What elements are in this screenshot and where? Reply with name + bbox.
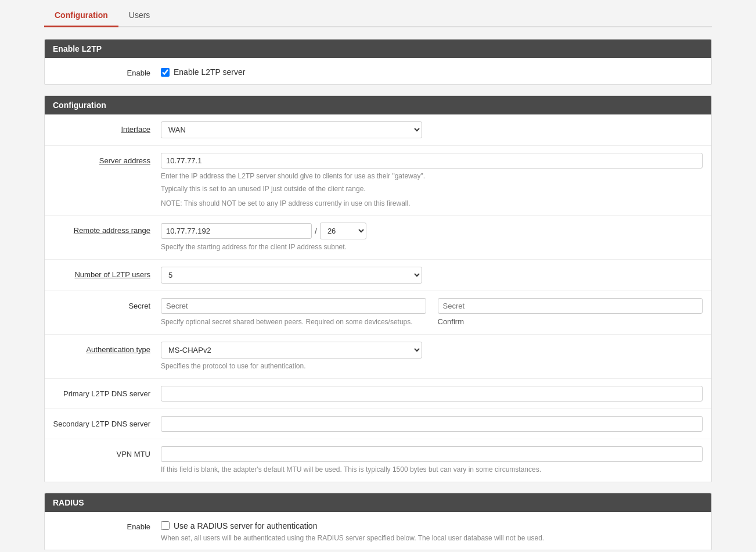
confirm-label: Confirm bbox=[438, 317, 703, 326]
interface-content: WAN LAN OPT1 bbox=[161, 121, 711, 138]
radius-enable-content: Use a RADIUS server for authentication W… bbox=[161, 519, 711, 543]
server-address-help3: NOTE: This should NOT be set to any IP a… bbox=[161, 199, 703, 209]
secret-row: Secret Specify optional secret shared be… bbox=[45, 291, 711, 335]
enable-l2tp-label: Enable bbox=[45, 65, 161, 77]
server-address-help1: Enter the IP address the L2TP server sho… bbox=[161, 171, 703, 181]
interface-label: Interface bbox=[45, 121, 161, 134]
primary-dns-content bbox=[161, 386, 711, 402]
server-address-help2: Typically this is set to an unused IP ju… bbox=[161, 184, 703, 194]
radius-enable-row: Enable Use a RADIUS server for authentic… bbox=[45, 512, 711, 550]
radius-enable-checkbox[interactable] bbox=[161, 521, 170, 530]
tabs-container: Configuration Users bbox=[44, 6, 712, 27]
secret-input[interactable] bbox=[161, 298, 426, 314]
radius-checkbox-row: Use a RADIUS server for authentication bbox=[161, 519, 703, 531]
secondary-dns-input[interactable] bbox=[161, 416, 703, 432]
radius-header: RADIUS bbox=[45, 493, 711, 512]
server-address-row: Server address Enter the IP address the … bbox=[45, 146, 711, 216]
remote-address-help: Specify the starting address for the cli… bbox=[161, 242, 703, 252]
enable-l2tp-card: Enable L2TP Enable Enable L2TP server bbox=[44, 39, 712, 85]
range-row: / 24 25 26 27 28 29 30 bbox=[161, 223, 703, 239]
num-users-content: 1 2 3 4 5 10 15 20 bbox=[161, 267, 711, 284]
prefix-select[interactable]: 24 25 26 27 28 29 30 bbox=[320, 223, 366, 239]
vpn-mtu-label: VPN MTU bbox=[45, 446, 161, 458]
num-users-row: Number of L2TP users 1 2 3 4 5 10 15 20 bbox=[45, 260, 711, 291]
secondary-dns-row: Secondary L2TP DNS server bbox=[45, 409, 711, 439]
secondary-dns-label: Secondary L2TP DNS server bbox=[45, 416, 161, 428]
vpn-mtu-input[interactable] bbox=[161, 446, 703, 462]
remote-address-input[interactable] bbox=[161, 223, 312, 239]
configuration-card: Configuration Interface WAN LAN OPT1 Ser… bbox=[44, 95, 712, 482]
configuration-header: Configuration bbox=[45, 96, 711, 114]
server-address-content: Enter the IP address the L2TP server sho… bbox=[161, 153, 711, 208]
secret-help: Specify optional secret shared between p… bbox=[161, 317, 426, 327]
radius-enable-label: Enable bbox=[45, 519, 161, 531]
primary-dns-input[interactable] bbox=[161, 386, 703, 402]
remote-address-row: Remote address range / 24 25 26 27 28 29… bbox=[45, 216, 711, 260]
primary-dns-label: Primary L2TP DNS server bbox=[45, 386, 161, 398]
radius-enable-checkbox-label: Use a RADIUS server for authentication bbox=[174, 521, 317, 531]
vpn-mtu-row: VPN MTU If this field is blank, the adap… bbox=[45, 439, 711, 482]
enable-l2tp-header: Enable L2TP bbox=[45, 40, 711, 58]
num-users-label: Number of L2TP users bbox=[45, 267, 161, 279]
auth-type-row: Authentication type PAP CHAP MS-CHAPv2 S… bbox=[45, 335, 711, 379]
enable-l2tp-checkbox-row: Enable L2TP server bbox=[161, 65, 703, 77]
enable-l2tp-content: Enable L2TP server bbox=[161, 65, 711, 77]
tab-configuration[interactable]: Configuration bbox=[44, 6, 118, 27]
secret-confirm-input[interactable] bbox=[438, 298, 703, 314]
auth-type-help: Specifies the protocol to use for authen… bbox=[161, 361, 703, 371]
server-address-label: Server address bbox=[45, 153, 161, 165]
slash-separator: / bbox=[315, 227, 317, 236]
vpn-mtu-content: If this field is blank, the adapter's de… bbox=[161, 446, 711, 475]
primary-dns-row: Primary L2TP DNS server bbox=[45, 379, 711, 409]
auth-type-label: Authentication type bbox=[45, 342, 161, 354]
interface-row: Interface WAN LAN OPT1 bbox=[45, 114, 711, 146]
tab-users[interactable]: Users bbox=[118, 6, 161, 27]
secret-right: Confirm bbox=[438, 298, 703, 327]
enable-l2tp-checkbox-label: Enable L2TP server bbox=[174, 67, 245, 77]
interface-select[interactable]: WAN LAN OPT1 bbox=[161, 121, 422, 138]
secret-content: Specify optional secret shared between p… bbox=[161, 298, 711, 327]
server-address-input[interactable] bbox=[161, 153, 703, 169]
remote-address-content: / 24 25 26 27 28 29 30 Specify the start… bbox=[161, 223, 711, 252]
radius-card: RADIUS Enable Use a RADIUS server for au… bbox=[44, 493, 712, 551]
secret-label: Secret bbox=[45, 298, 161, 310]
radius-help: When set, all users will be authenticate… bbox=[161, 533, 703, 543]
vpn-mtu-help: If this field is blank, the adapter's de… bbox=[161, 465, 703, 475]
page-wrapper: Configuration Users Enable L2TP Enable E… bbox=[35, 0, 721, 552]
auth-type-select[interactable]: PAP CHAP MS-CHAPv2 bbox=[161, 342, 422, 359]
auth-type-content: PAP CHAP MS-CHAPv2 Specifies the protoco… bbox=[161, 342, 711, 371]
enable-l2tp-row: Enable Enable L2TP server bbox=[45, 58, 711, 84]
enable-l2tp-checkbox[interactable] bbox=[161, 68, 170, 77]
remote-address-label: Remote address range bbox=[45, 223, 161, 235]
num-users-select[interactable]: 1 2 3 4 5 10 15 20 bbox=[161, 267, 422, 284]
secondary-dns-content bbox=[161, 416, 711, 432]
secret-left: Specify optional secret shared between p… bbox=[161, 298, 426, 327]
